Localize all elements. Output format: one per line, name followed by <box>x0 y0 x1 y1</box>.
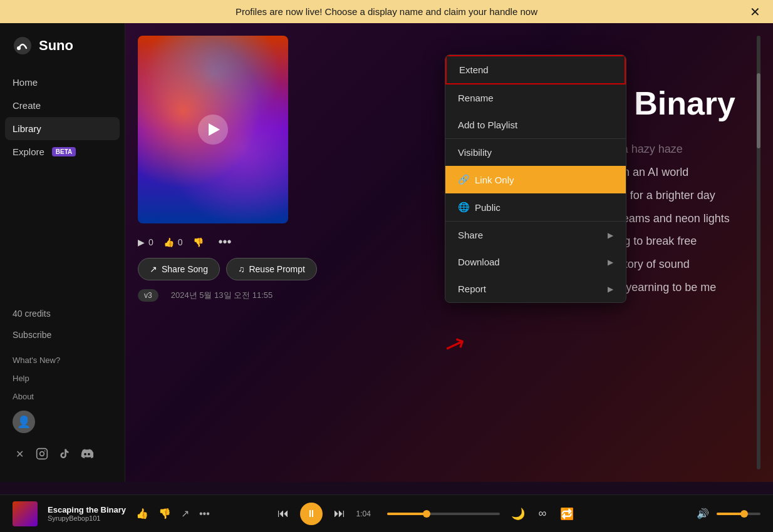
song-card: ▶ 0 👍 0 👎 ••• ↗ Share Song <box>138 36 438 302</box>
dislike-icon: 👎 <box>193 237 204 247</box>
play-icon: ▶ <box>138 237 145 247</box>
player-share[interactable]: ↗ <box>181 508 189 519</box>
sidebar: Suno Home Create Library Explore BETA 40… <box>0 23 125 482</box>
song-meta: v3 2024년 5월 13일 오전 11:55 <box>138 289 438 302</box>
play-button-overlay[interactable] <box>198 115 228 145</box>
music-note-icon: ♫ <box>238 264 245 274</box>
banner-text: Profiles are now live! Choose a display … <box>236 6 537 17</box>
red-arrow-indicator: ↗ <box>440 327 470 362</box>
twitter-icon[interactable]: ✕ <box>13 447 26 461</box>
download-label: Download <box>458 257 500 267</box>
share-icon: ↗ <box>150 264 157 274</box>
like-control[interactable]: 👍 0 <box>163 237 183 247</box>
sidebar-help[interactable]: Help <box>0 369 125 387</box>
context-menu-item-visibility: Visibility <box>445 139 626 166</box>
link-icon: 🔗 <box>458 174 470 185</box>
like-count: 0 <box>178 237 183 247</box>
player-night-mode[interactable]: 🌙 <box>509 504 527 523</box>
discord-icon[interactable] <box>80 447 94 461</box>
player-more-options[interactable]: ••• <box>199 508 210 519</box>
play-count: 0 <box>148 237 153 247</box>
context-menu-item-extend[interactable]: Extend <box>445 55 626 84</box>
player-right-controls: 🔊 <box>697 508 760 519</box>
context-menu-item-public[interactable]: 🌐 Public <box>445 193 626 221</box>
subscribe-button[interactable]: Subscribe <box>13 326 112 344</box>
dislike-control[interactable]: 👎 <box>193 237 204 247</box>
player-volume-thumb <box>740 510 748 518</box>
action-buttons: ↗ Share Song ♫ Reuse Prompt <box>138 258 438 280</box>
scroll-bar[interactable] <box>757 36 760 469</box>
player-song-title: Escaping the Binary <box>48 505 126 514</box>
player-volume-icon[interactable]: 🔊 <box>697 508 709 519</box>
reuse-prompt-button[interactable]: ♫ Reuse Prompt <box>226 258 317 280</box>
svg-point-4 <box>44 451 46 452</box>
context-menu-item-add-playlist[interactable]: Add to Playlist <box>445 111 626 138</box>
sidebar-whats-new[interactable]: What's New? <box>0 351 125 369</box>
download-chevron-icon: ▶ <box>608 258 613 267</box>
more-options-button[interactable]: ••• <box>214 232 237 252</box>
player-repeat[interactable]: 🔁 <box>558 504 576 523</box>
social-icons-row: ✕ <box>0 438 125 469</box>
context-menu-item-report[interactable]: Report ▶ <box>445 275 626 302</box>
player-progress-bar[interactable] <box>387 513 500 515</box>
context-menu-item-share[interactable]: Share ▶ <box>445 222 626 248</box>
song-date: 2024년 5월 13일 오전 11:55 <box>171 290 273 301</box>
share-label: Share <box>458 230 483 240</box>
link-only-label: Link Only <box>475 175 514 185</box>
credits-display: 40 credits <box>0 304 125 324</box>
logo: Suno <box>0 36 125 71</box>
player-progress-thumb <box>423 510 430 518</box>
visibility-label: Visibility <box>458 147 492 158</box>
player-skip-back[interactable]: ⏮ <box>275 504 291 523</box>
main-layout: Suno Home Create Library Explore BETA 40… <box>0 23 773 482</box>
player-thumbs-down[interactable]: 👎 <box>158 508 171 519</box>
sidebar-item-library[interactable]: Library <box>5 117 120 140</box>
player-artist-name: SyrupyBebop101 <box>48 514 126 522</box>
song-thumbnail[interactable] <box>138 36 288 223</box>
player-progress-fill <box>387 513 427 515</box>
extend-label: Extend <box>459 64 489 75</box>
player-info: Escaping the Binary SyrupyBebop101 <box>48 505 126 522</box>
bottom-player: Escaping the Binary SyrupyBebop101 👍 👎 ↗… <box>0 494 773 532</box>
suno-logo-icon <box>13 36 33 56</box>
sidebar-item-explore[interactable]: Explore BETA <box>0 140 125 163</box>
share-chevron-icon: ▶ <box>608 231 613 240</box>
player-controls: ⏮ ⏸ ⏭ 1:04 🌙 ∞ 🔁 <box>275 503 577 525</box>
report-label: Report <box>458 284 486 294</box>
player-skip-forward[interactable]: ⏭ <box>331 504 348 523</box>
report-chevron-icon: ▶ <box>608 285 613 294</box>
player-play-pause[interactable]: ⏸ <box>300 503 323 525</box>
banner-close-button[interactable]: ✕ <box>750 4 760 19</box>
context-menu-item-link-only[interactable]: 🔗 Link Only <box>445 166 626 193</box>
like-icon: 👍 <box>163 237 174 247</box>
play-triangle-icon <box>209 123 220 136</box>
sidebar-about[interactable]: About <box>0 387 125 406</box>
sidebar-item-home[interactable]: Home <box>0 71 125 94</box>
globe-icon: 🌐 <box>458 202 470 213</box>
public-label: Public <box>475 202 501 213</box>
tiktok-icon[interactable] <box>58 447 71 461</box>
play-control[interactable]: ▶ 0 <box>138 237 153 247</box>
player-thumbnail <box>13 501 38 526</box>
share-song-button[interactable]: ↗ Share Song <box>138 258 220 280</box>
player-infinity[interactable]: ∞ <box>536 504 549 523</box>
context-menu-item-rename[interactable]: Rename <box>445 84 626 111</box>
context-menu-item-download[interactable]: Download ▶ <box>445 248 626 275</box>
instagram-icon[interactable] <box>35 447 49 461</box>
context-menu: Extend Rename Add to Playlist Visibility… <box>445 54 626 303</box>
player-time: 1:04 <box>356 509 378 518</box>
scroll-thumb <box>757 73 760 148</box>
song-controls: ▶ 0 👍 0 👎 ••• <box>138 223 438 258</box>
sidebar-item-create[interactable]: Create <box>0 94 125 117</box>
logo-text: Suno <box>39 38 73 54</box>
user-avatar[interactable]: 👤 <box>13 411 35 433</box>
main-content: the Binary My mind a hazy haze Trapped i… <box>125 23 773 482</box>
svg-point-1 <box>17 46 21 50</box>
player-thumbs-up[interactable]: 👍 <box>136 508 148 519</box>
player-volume-bar[interactable] <box>717 513 760 515</box>
version-badge: v3 <box>138 289 158 302</box>
add-playlist-label: Add to Playlist <box>458 120 517 130</box>
beta-badge: BETA <box>52 147 76 156</box>
top-banner: Profiles are now live! Choose a display … <box>0 0 773 23</box>
rename-label: Rename <box>458 93 494 103</box>
